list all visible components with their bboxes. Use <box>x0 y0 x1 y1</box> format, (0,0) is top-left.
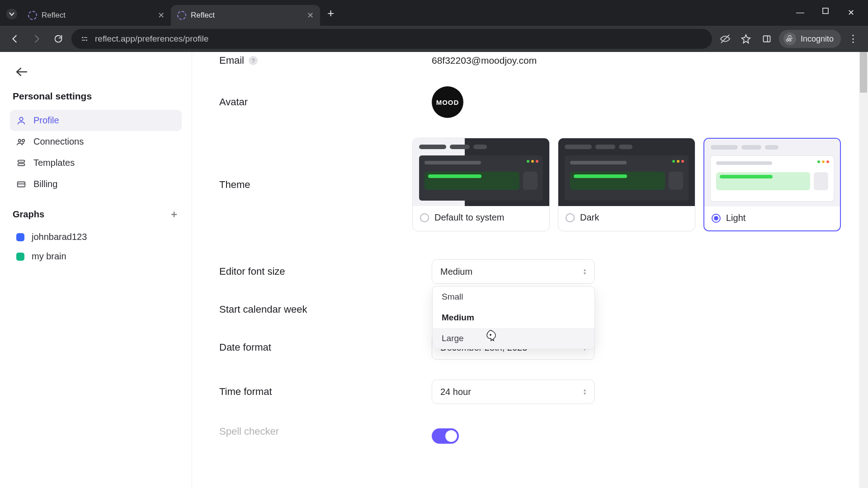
theme-option-light[interactable]: Light <box>703 138 841 231</box>
theme-option-label: Light <box>726 213 745 223</box>
spell-checker-toggle[interactable] <box>432 428 459 444</box>
reflect-favicon-icon <box>177 11 186 20</box>
sidebar-item-billing[interactable]: Billing <box>10 174 182 195</box>
theme-preview-icon <box>413 138 549 206</box>
new-tab-button[interactable]: + <box>320 6 341 26</box>
sidebar-section-title: Personal settings <box>13 91 182 102</box>
svg-rect-11 <box>18 160 25 162</box>
radio-icon <box>712 214 721 223</box>
cursor-icon <box>486 330 497 343</box>
stack-icon <box>16 158 26 168</box>
svg-point-10 <box>22 139 25 142</box>
svg-rect-4 <box>82 40 85 41</box>
browser-tab[interactable]: Reflect ✕ <box>22 5 171 26</box>
sidebar-item-connections[interactable]: Connections <box>10 131 182 152</box>
browser-tab-active[interactable]: Reflect ✕ <box>171 5 320 26</box>
chevron-sort-icon: ▴▾ <box>584 388 586 395</box>
site-settings-icon[interactable] <box>80 35 89 43</box>
bookmark-star-icon[interactable] <box>737 30 755 47</box>
graph-item[interactable]: johnbarad123 <box>10 227 182 247</box>
graph-item[interactable]: my brain <box>10 247 182 266</box>
sidebar-item-label: Templates <box>33 158 75 168</box>
radio-icon <box>566 213 575 222</box>
svg-point-15 <box>490 334 491 336</box>
email-value: 68f32203@moodjoy.com <box>432 55 537 66</box>
time-format-value: 24 hour <box>440 387 471 397</box>
graph-label: my brain <box>32 251 66 262</box>
font-size-option-medium[interactable]: Medium <box>433 307 594 328</box>
theme-option-dark[interactable]: Dark <box>558 138 695 231</box>
theme-option-label: Dark <box>580 212 599 223</box>
sidebar-item-templates[interactable]: Templates <box>10 152 182 174</box>
card-icon <box>16 179 26 189</box>
date-format-label: Date format <box>219 342 271 353</box>
graph-color-swatch <box>16 253 24 261</box>
font-size-select[interactable]: Medium ▴▾ Small Medium Large <box>432 259 594 284</box>
avatar-text: MOOD <box>436 99 459 106</box>
sidebar: Personal settings Profile Connections Te… <box>0 52 192 488</box>
svg-rect-0 <box>823 8 828 14</box>
user-icon <box>16 116 26 126</box>
tab-title: Reflect <box>191 11 215 20</box>
sidebar-item-profile[interactable]: Profile <box>10 110 182 131</box>
minimize-icon[interactable]: — <box>796 8 805 18</box>
main-content: Email ? 68f32203@moodjoy.com Avatar MOOD… <box>192 52 868 488</box>
back-button[interactable] <box>6 30 24 47</box>
font-size-value: Medium <box>440 267 472 277</box>
option-label: Large <box>442 333 464 343</box>
svg-point-9 <box>19 139 21 142</box>
side-panel-icon[interactable] <box>758 30 775 47</box>
font-size-option-small[interactable]: Small <box>433 286 594 307</box>
svg-point-8 <box>19 117 23 120</box>
font-size-dropdown: Small Medium Large <box>432 286 595 349</box>
theme-preview-icon <box>704 139 840 206</box>
theme-option-label: Default to system <box>434 212 505 223</box>
graph-color-swatch <box>16 233 24 241</box>
window-controls: — ✕ <box>796 8 863 26</box>
theme-option-system[interactable]: Default to system <box>412 138 550 231</box>
font-size-label: Editor font size <box>219 266 285 277</box>
scrollbar-track[interactable] <box>859 52 868 488</box>
font-size-option-large[interactable]: Large <box>433 328 594 349</box>
radio-icon <box>420 213 429 222</box>
incognito-icon <box>783 33 796 45</box>
graphs-section-title: Graphs <box>13 209 44 220</box>
browser-toolbar: reflect.app/preferences/profile Incognit… <box>0 26 868 52</box>
sidebar-item-label: Profile <box>33 115 59 126</box>
svg-rect-6 <box>763 36 770 42</box>
close-tab-icon[interactable]: ✕ <box>158 10 165 20</box>
reload-button[interactable] <box>50 30 67 47</box>
app-frame: Personal settings Profile Connections Te… <box>0 52 868 488</box>
reflect-favicon-icon <box>28 11 37 20</box>
chevron-sort-icon: ▴▾ <box>584 268 586 275</box>
maximize-icon[interactable] <box>821 8 830 18</box>
time-format-label: Time format <box>219 386 272 398</box>
close-window-icon[interactable]: ✕ <box>846 8 855 18</box>
svg-point-1 <box>82 37 83 38</box>
add-graph-button[interactable]: ＋ <box>169 207 179 221</box>
tab-strip: Reflect ✕ Reflect ✕ + — ✕ <box>0 0 868 26</box>
svg-rect-2 <box>84 37 88 38</box>
users-icon <box>16 137 26 147</box>
tab-search-button[interactable] <box>6 9 17 19</box>
svg-rect-12 <box>18 163 25 165</box>
incognito-eye-icon[interactable] <box>717 30 734 47</box>
graph-label: johnbarad123 <box>32 232 87 242</box>
close-tab-icon[interactable]: ✕ <box>307 10 314 20</box>
address-bar[interactable]: reflect.app/preferences/profile <box>71 29 712 49</box>
help-icon[interactable]: ? <box>249 56 258 65</box>
scrollbar-thumb[interactable] <box>860 52 867 93</box>
time-format-select[interactable]: 24 hour ▴▾ <box>432 380 594 404</box>
tab-title: Reflect <box>42 11 66 20</box>
calendar-week-label: Start calendar week <box>219 304 307 315</box>
avatar-label: Avatar <box>219 96 248 108</box>
avatar[interactable]: MOOD <box>432 86 463 118</box>
incognito-label: Incognito <box>801 34 834 44</box>
incognito-chip[interactable]: Incognito <box>779 30 841 48</box>
sidebar-item-label: Connections <box>33 136 84 147</box>
forward-button[interactable] <box>28 30 45 47</box>
svg-point-3 <box>86 40 87 41</box>
browser-menu-button[interactable]: ⋮ <box>844 33 862 45</box>
url-text: reflect.app/preferences/profile <box>95 34 208 44</box>
back-arrow-button[interactable] <box>13 63 31 81</box>
